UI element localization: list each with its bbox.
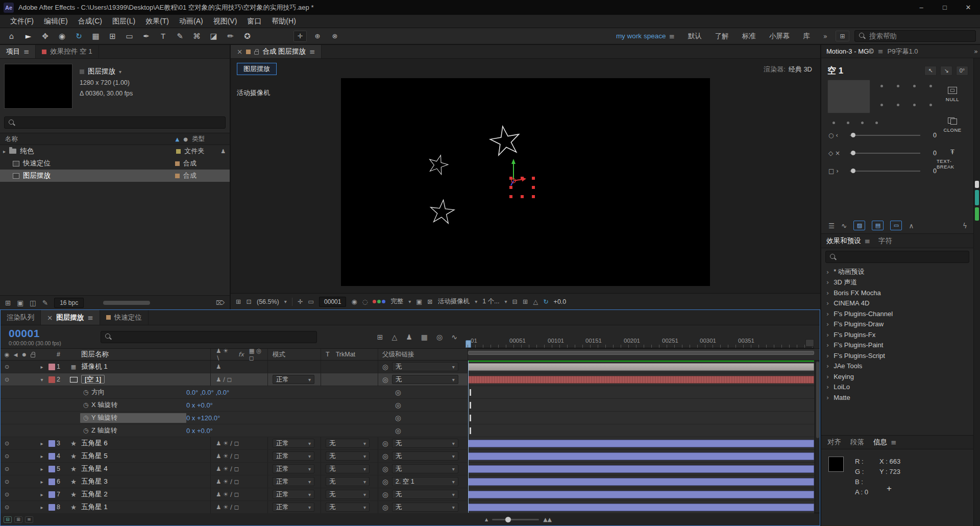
eye-icon[interactable]: ⊙	[3, 440, 11, 447]
layer-duration-area[interactable]	[468, 450, 814, 462]
expander-icon[interactable]: ▸	[37, 492, 46, 497]
layer-name[interactable]: 五角星 3	[79, 477, 210, 486]
eye-icon[interactable]: ⊙	[3, 364, 11, 370]
tab-motion-script[interactable]: Motion-3 - MG©	[826, 47, 874, 55]
layer-switches[interactable]: ♟	[210, 361, 267, 373]
draft-3d-icon[interactable]: △	[391, 333, 397, 341]
close-button[interactable]: ✕	[957, 0, 980, 15]
blend-mode-select[interactable]: 正常▾	[273, 439, 314, 448]
rotation-snap-button[interactable]: 0°	[956, 66, 968, 76]
trkmat-select[interactable]: 无▾	[326, 451, 370, 461]
slider-track[interactable]	[850, 135, 920, 136]
comp-mini-flowchart-icon[interactable]: ⊞	[377, 333, 383, 341]
solo-column-icon[interactable]: ●	[20, 352, 29, 357]
lock-column-icon[interactable]	[29, 352, 37, 357]
tab-effects-presets[interactable]: 效果和预设≡	[826, 236, 870, 246]
pickwhip-icon[interactable]: ◎	[395, 426, 401, 435]
current-time-indicator-head[interactable]	[465, 340, 471, 348]
layer-name[interactable]: [空 1]	[81, 375, 105, 384]
orbit-camera-tool-icon[interactable]: ↻	[70, 32, 87, 41]
layer-switches[interactable]: ♟ ☀ ∕ ◻	[210, 475, 267, 488]
layer-duration-area[interactable]	[468, 501, 814, 513]
layer-bar[interactable]	[468, 491, 814, 498]
item-name[interactable]: 快速定位	[23, 159, 172, 168]
effects-search-input[interactable]	[840, 253, 965, 261]
expand-inout-icon[interactable]: ≡	[25, 516, 33, 523]
column-type[interactable]: 类型	[192, 135, 225, 144]
tree-item[interactable]: ›F's Plugins-Fx	[826, 329, 973, 340]
world-axis-mode-icon[interactable]: ⊕	[311, 31, 324, 42]
slider-track[interactable]	[850, 171, 920, 172]
project-row-quick[interactable]: 快速定位 合成	[0, 157, 230, 170]
shape-tool-icon[interactable]: ▭	[121, 32, 138, 41]
parent-select[interactable]: 无▾	[392, 439, 458, 448]
current-frame-field[interactable]: 00001	[319, 297, 346, 307]
label-column-icon[interactable]: ●	[183, 136, 188, 142]
tab-paragraph[interactable]: 段落	[850, 438, 864, 447]
layer-bar[interactable]	[468, 452, 814, 460]
menu-file[interactable]: 文件(F)	[5, 17, 39, 26]
menu-composition[interactable]: 合成(C)	[73, 17, 107, 26]
tree-item[interactable]: ›Keying	[826, 371, 973, 382]
tab-project[interactable]: 项目≡	[0, 45, 36, 58]
project-row-layout[interactable]: 图层摆放 合成	[0, 170, 230, 182]
pickwhip-icon[interactable]: ◎	[382, 375, 388, 384]
layer-label-color[interactable]	[48, 504, 55, 511]
layer-bar[interactable]	[468, 440, 814, 447]
property-value[interactable]: 0.0° ,0.0° ,0.0°	[186, 389, 229, 396]
shape-box-icon[interactable]: ▨	[853, 221, 865, 230]
shape-rect-icon[interactable]: ▭	[890, 221, 902, 230]
hide-shy-icon[interactable]: ♟	[406, 333, 412, 341]
property-name[interactable]: X 轴旋转	[91, 400, 186, 410]
clone-stamp-tool-icon[interactable]: ⌘	[188, 32, 205, 41]
workspace-overflow-icon[interactable]: »	[823, 32, 827, 40]
layer-name[interactable]: 五角星 2	[79, 490, 210, 499]
panel-scroll-strip[interactable]	[973, 58, 980, 526]
stopwatch-icon[interactable]: ◷	[80, 401, 91, 409]
layer-label-color[interactable]	[48, 364, 55, 370]
tab-subtitle-script[interactable]: P9字幕1.0	[888, 47, 918, 56]
timeline-search-input[interactable]	[115, 333, 312, 341]
zoom-in-mountain-icon[interactable]: ▲▲	[543, 516, 552, 523]
lightning-icon[interactable]: ϟ	[963, 222, 967, 230]
help-search-input[interactable]	[869, 32, 971, 40]
parent-select[interactable]: 无▾	[392, 464, 458, 473]
zoom-tool-icon[interactable]: ◉	[54, 32, 70, 41]
zoom-slider-knob[interactable]	[505, 517, 511, 522]
pickwhip-icon[interactable]: ◎	[382, 503, 388, 511]
label-color[interactable]	[176, 149, 181, 154]
layer-row[interactable]: ⊙ ▸ 8 ★ 五角星 1 ♟ ☀ ∕ ◻ 正常▾ 无▾ ◎无▾	[1, 501, 820, 514]
trkmat-select[interactable]: 无▾	[326, 439, 370, 448]
layer-label-color[interactable]	[48, 376, 55, 383]
panel-menu-icon[interactable]: ≡	[865, 237, 870, 245]
mask-toggle-icon[interactable]: ▭	[308, 298, 314, 305]
chevron-up-icon[interactable]: ∧	[909, 222, 914, 230]
text-break-button[interactable]: Ŧ TEXT-BREAK	[937, 148, 968, 170]
slider-value[interactable]: 0	[929, 150, 937, 157]
adjust-icon[interactable]: ✎	[42, 299, 48, 307]
slider-track[interactable]	[850, 153, 920, 154]
layer-row[interactable]: ⊙ ▸ 1 ▦ 摄像机 1 ♟ ◎ 无▾	[1, 361, 820, 373]
item-name[interactable]: 纯色	[20, 147, 173, 156]
property-row[interactable]: ◷X 轴旋转 0 x +0.0° ◎	[1, 399, 820, 412]
composition-canvas[interactable]	[341, 78, 710, 286]
parent-select[interactable]: 无▾	[392, 362, 458, 371]
tree-item[interactable]: ›F's Plugins-Script	[826, 350, 973, 361]
property-name[interactable]: 方向	[91, 388, 186, 397]
workspace-small-screen[interactable]: 小屏幕	[769, 32, 790, 41]
parent-select[interactable]: 无▾	[392, 451, 458, 461]
layer-switches[interactable]: ♟ ☀ ∕ ◻	[210, 437, 267, 449]
view-select[interactable]: 活动摄像机	[438, 297, 470, 306]
workspace-default[interactable]: 默认	[688, 32, 702, 41]
expander-icon[interactable]: ▸	[37, 466, 46, 472]
pixel-aspect-icon[interactable]: ⊟	[512, 298, 518, 305]
maximize-button[interactable]: □	[933, 0, 957, 15]
column-mode[interactable]: 模式	[267, 349, 321, 360]
local-axis-mode-icon[interactable]: ✛	[293, 31, 307, 42]
effects-search[interactable]	[825, 251, 969, 263]
pickwhip-icon[interactable]: ◎	[395, 414, 401, 422]
anchor-corner2-icon[interactable]: ↘	[940, 66, 952, 76]
pickwhip-icon[interactable]: ◎	[382, 439, 388, 447]
layer-bar[interactable]	[468, 376, 814, 384]
parent-select[interactable]: 无▾	[392, 503, 458, 512]
